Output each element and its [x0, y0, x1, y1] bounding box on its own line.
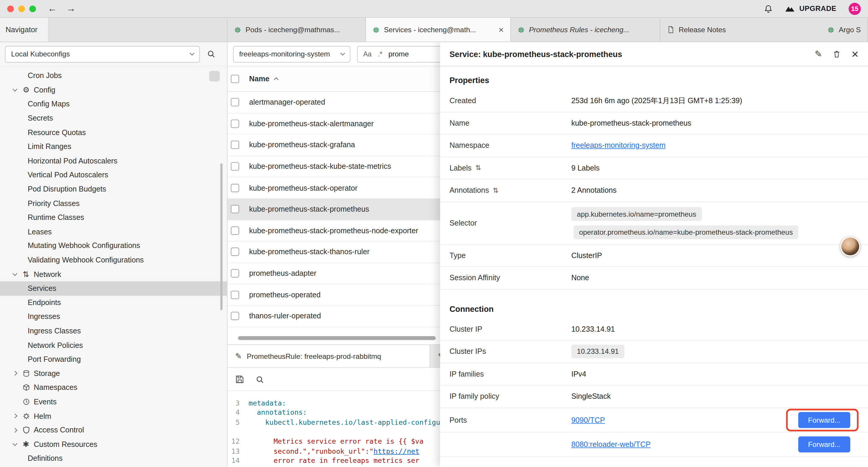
upgrade-button[interactable]: UPGRADE: [785, 4, 836, 13]
forward-button[interactable]: Forward...: [798, 436, 850, 452]
expand-toggle-icon[interactable]: ⇅: [475, 165, 481, 171]
search-icon[interactable]: [256, 375, 264, 383]
sidebar-item[interactable]: ⇅ Network: [0, 267, 227, 282]
line-code: kubectl.kubernetes.io/last-applied-confi…: [248, 418, 469, 426]
regex-toggle[interactable]: .*: [378, 50, 382, 58]
row-checkbox[interactable]: [231, 141, 239, 149]
back-button[interactable]: ←: [48, 4, 57, 13]
namespace-select[interactable]: freeleaps-monitoring-system: [233, 46, 350, 62]
edit-icon[interactable]: ✎: [815, 49, 822, 59]
sidebar-item[interactable]: Access Control: [0, 423, 227, 437]
row-checkbox[interactable]: [231, 183, 239, 192]
chevron-icon: [13, 413, 18, 418]
tree-chevron: [13, 414, 23, 418]
line-code: Metrics service error rate is {{ $va: [248, 437, 423, 445]
row-checkbox[interactable]: [231, 312, 239, 320]
chevron-down-icon: [340, 51, 345, 56]
editor-tab[interactable]: ☸ Argo S: [821, 18, 868, 42]
notifications-bell-icon[interactable]: [764, 4, 773, 13]
sidebar-item[interactable]: Validating Webhook Configurations: [0, 253, 227, 267]
sidebar-item[interactable]: Port Forwarding: [0, 352, 227, 366]
gear-icon: ⚙: [23, 85, 34, 94]
tab-strip-spacer: [49, 18, 227, 42]
row-checkbox[interactable]: [231, 120, 239, 128]
sidebar-item[interactable]: Ingress Classes: [0, 324, 227, 338]
delete-icon[interactable]: [833, 50, 841, 58]
sidebar-item[interactable]: Resource Quotas: [0, 125, 227, 140]
sidebar-item[interactable]: Mutating Webhook Configurations: [0, 239, 227, 253]
expand-toggle-icon[interactable]: ⇅: [493, 187, 498, 194]
forward-button[interactable]: →: [66, 4, 76, 13]
match-case-toggle[interactable]: Aa: [363, 50, 372, 58]
tab-bar: ☸ Pods - icecheng@mathmas... ☸ Services …: [227, 18, 868, 42]
column-header-name[interactable]: Name: [249, 75, 278, 83]
sidebar-item[interactable]: Ingresses: [0, 310, 227, 324]
select-all-checkbox[interactable]: [231, 75, 239, 83]
tree-chevron: [13, 400, 23, 404]
row-checkbox[interactable]: [231, 162, 239, 171]
user-avatar[interactable]: [840, 236, 860, 256]
asterisk-icon: ✱: [23, 440, 34, 449]
close-window-button[interactable]: [7, 5, 13, 12]
editor-tab[interactable]: Release Notes: [660, 18, 821, 42]
chevron-icon: [13, 271, 18, 276]
kubeconfig-select[interactable]: Local Kubeconfigs: [5, 46, 200, 62]
sidebar-item[interactable]: ✱ Custom Resources: [0, 437, 227, 451]
row-checkbox[interactable]: [231, 205, 239, 213]
scrollbar-thumb[interactable]: [209, 71, 220, 82]
sidebar-item[interactable]: Priority Classes: [0, 196, 227, 210]
line-number: 4: [227, 408, 248, 417]
close-drawer-icon[interactable]: ×: [851, 48, 859, 60]
sidebar-item[interactable]: Definitions: [0, 451, 227, 466]
sidebar-item[interactable]: Pod Disruption Budgets: [0, 182, 227, 196]
sidebar-item[interactable]: Secrets: [0, 111, 227, 125]
sidebar-item[interactable]: Vertical Pod Autoscalers: [0, 168, 227, 182]
row-checkbox[interactable]: [231, 226, 239, 235]
row-checkbox[interactable]: [231, 248, 239, 256]
editor-tab[interactable]: ☸ Pods - icecheng@mathmas...: [227, 18, 366, 42]
sidebar-item[interactable]: Endpoints: [0, 296, 227, 310]
save-icon[interactable]: [235, 375, 244, 384]
forward-button[interactable]: Forward...: [798, 412, 850, 428]
sidebar-item[interactable]: Services: [0, 282, 227, 296]
sidebar-item[interactable]: Storage: [0, 366, 227, 380]
tab-label: Pods - icecheng@mathmas...: [246, 25, 340, 34]
sidebar-item[interactable]: Cron Jobs: [0, 68, 227, 83]
horizontal-scrollbar[interactable]: [227, 335, 440, 341]
line-number: 3: [227, 399, 248, 407]
sidebar-item[interactable]: Horizontal Pod Autoscalers: [0, 154, 227, 168]
zoom-window-button[interactable]: [29, 5, 36, 12]
row-checkbox[interactable]: [231, 98, 239, 107]
navigator-sidebar: Local Kubeconfigs Cron Jobs ⚙ Config: [0, 42, 227, 467]
selector-chip: app.kubernetes.io/name=prometheus: [571, 207, 702, 221]
service-name: thanos-ruler-operated: [249, 312, 321, 320]
sidebar-item[interactable]: Network Policies: [0, 338, 227, 352]
sidebar-item-label: Access Control: [34, 426, 84, 434]
port-link[interactable]: 8080:reloader-web/TCP: [571, 440, 651, 448]
detail-row-session-affinity: Session Affinity None: [440, 267, 868, 289]
editor-tab[interactable]: ☸ Services - icecheng@math... ×: [366, 18, 511, 42]
namespace-link[interactable]: freeleaps-monitoring-system: [571, 141, 665, 150]
sidebar-item[interactable]: Namespaces: [0, 380, 227, 395]
port-link[interactable]: 9090/TCP: [571, 415, 605, 424]
sidebar-item[interactable]: Limit Ranges: [0, 140, 227, 154]
sidebar-item[interactable]: Leases: [0, 225, 227, 239]
storage-icon: [23, 370, 34, 377]
notification-count-badge[interactable]: 15: [848, 2, 861, 14]
minimize-window-button[interactable]: [18, 5, 25, 12]
scrollbar-thumb[interactable]: [238, 336, 436, 340]
sidebar-item[interactable]: Helm: [0, 409, 227, 423]
search-icon[interactable]: [207, 50, 215, 58]
window-controls: [0, 5, 36, 12]
sidebar-item[interactable]: ⚙ Config: [0, 83, 227, 97]
sidebar-item-label: Port Forwarding: [28, 355, 81, 363]
close-tab-icon[interactable]: ×: [493, 25, 504, 35]
dock-tab[interactable]: ✎ PrometheusRule: freeleaps-prod-rabbitm…: [227, 345, 430, 367]
row-checkbox[interactable]: [231, 269, 239, 278]
sidebar-item[interactable]: Events: [0, 395, 227, 409]
row-checkbox[interactable]: [231, 291, 239, 299]
editor-tab[interactable]: ☸ Prometheus Rules - icecheng...: [511, 18, 660, 42]
sidebar-item[interactable]: Config Maps: [0, 97, 227, 111]
sidebar-item[interactable]: Runtime Classes: [0, 210, 227, 225]
scrollbar-thumb[interactable]: [220, 164, 222, 310]
